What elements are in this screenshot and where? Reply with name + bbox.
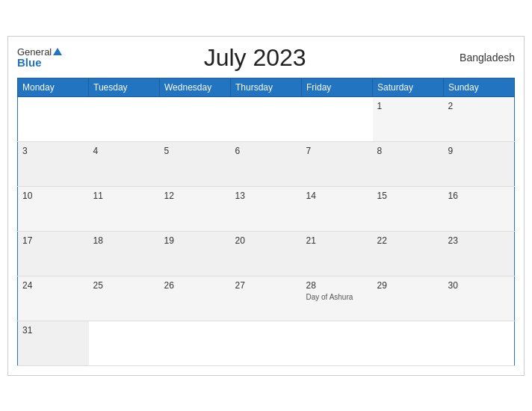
calendar-cell: 12 — [160, 186, 231, 231]
logo: General Blue — [17, 47, 62, 68]
col-saturday: Saturday — [373, 78, 444, 96]
calendar-cell: 7 — [302, 141, 373, 186]
day-number: 4 — [93, 146, 155, 156]
calendar-cell: 28Day of Ashura — [302, 276, 373, 321]
calendar-cell: 19 — [160, 231, 231, 276]
calendar-cell: 8 — [373, 141, 444, 186]
calendar-cell — [373, 321, 444, 365]
day-number: 13 — [235, 191, 297, 201]
calendar-week-row: 17181920212223 — [18, 231, 515, 276]
day-number: 21 — [306, 235, 368, 246]
calendar-table: Monday Tuesday Wednesday Thursday Friday… — [17, 78, 515, 366]
col-sunday: Sunday — [444, 78, 515, 96]
calendar-cell: 22 — [373, 231, 444, 276]
calendar-header: General Blue July 2023 Bangladesh — [17, 44, 515, 72]
calendar-cell: 4 — [89, 141, 160, 186]
calendar-cell — [160, 96, 231, 141]
calendar-cell: 30 — [444, 276, 515, 321]
calendar-cell: 6 — [231, 141, 302, 186]
day-number: 25 — [93, 280, 155, 291]
calendar-cell: 15 — [373, 186, 444, 231]
calendar-week-row: 31 — [18, 321, 515, 365]
calendar-week-row: 10111213141516 — [18, 186, 515, 231]
calendar-cell: 23 — [444, 231, 515, 276]
calendar-cell: 2 — [444, 96, 515, 141]
calendar-cell: 29 — [373, 276, 444, 321]
calendar-cell: 13 — [231, 186, 302, 231]
calendar-cell: 1 — [373, 96, 444, 141]
calendar-cell: 3 — [18, 141, 89, 186]
day-number: 23 — [448, 235, 510, 246]
day-number: 7 — [306, 146, 368, 156]
day-number: 20 — [235, 235, 297, 246]
calendar-cell — [302, 321, 373, 365]
day-number: 1 — [377, 101, 439, 111]
day-number: 31 — [22, 325, 84, 336]
calendar-cell: 20 — [231, 231, 302, 276]
calendar-cell: 10 — [18, 186, 89, 231]
day-number: 30 — [448, 280, 510, 291]
calendar-cell: 5 — [160, 141, 231, 186]
calendar-cell: 27 — [231, 276, 302, 321]
calendar-cell: 21 — [302, 231, 373, 276]
day-number: 28 — [306, 280, 368, 291]
calendar-title: July 2023 — [62, 44, 448, 72]
calendar-cell: 11 — [89, 186, 160, 231]
calendar-cell — [160, 321, 231, 365]
calendar-cell — [89, 321, 160, 365]
calendar-cell — [231, 96, 302, 141]
calendar-week-row: 2425262728Day of Ashura2930 — [18, 276, 515, 321]
calendar-cell — [444, 321, 515, 365]
calendar-cell: 18 — [89, 231, 160, 276]
day-number: 15 — [377, 191, 439, 201]
calendar-cell: 16 — [444, 186, 515, 231]
calendar-week-row: 12 — [18, 96, 515, 141]
day-number: 2 — [448, 101, 510, 111]
day-number: 12 — [164, 191, 226, 201]
logo-blue-text: Blue — [17, 57, 62, 68]
day-number: 29 — [377, 280, 439, 291]
day-number: 17 — [22, 235, 84, 246]
day-number: 3 — [22, 146, 84, 156]
calendar-cell: 17 — [18, 231, 89, 276]
day-number: 22 — [377, 235, 439, 246]
col-tuesday: Tuesday — [89, 78, 160, 96]
calendar-cell: 31 — [18, 321, 89, 365]
calendar-week-row: 3456789 — [18, 141, 515, 186]
logo-triangle-icon — [53, 48, 62, 55]
day-number: 26 — [164, 280, 226, 291]
col-thursday: Thursday — [231, 78, 302, 96]
event-label: Day of Ashura — [306, 293, 368, 301]
day-number: 9 — [448, 146, 510, 156]
col-friday: Friday — [302, 78, 373, 96]
calendar-cell: 26 — [160, 276, 231, 321]
calendar-cell: 24 — [18, 276, 89, 321]
calendar-cell: 9 — [444, 141, 515, 186]
calendar-cell — [18, 96, 89, 141]
col-wednesday: Wednesday — [160, 78, 231, 96]
calendar-cell — [302, 96, 373, 141]
col-monday: Monday — [18, 78, 89, 96]
calendar: General Blue July 2023 Bangladesh Monday… — [7, 36, 525, 376]
day-number: 6 — [235, 146, 297, 156]
calendar-cell: 14 — [302, 186, 373, 231]
calendar-cell — [89, 96, 160, 141]
day-number: 27 — [235, 280, 297, 291]
calendar-country: Bangladesh — [448, 52, 515, 64]
day-number: 5 — [164, 146, 226, 156]
day-number: 24 — [22, 280, 84, 291]
day-number: 11 — [93, 191, 155, 201]
day-number: 18 — [93, 235, 155, 246]
weekday-header-row: Monday Tuesday Wednesday Thursday Friday… — [18, 78, 515, 96]
day-number: 10 — [22, 191, 84, 201]
day-number: 16 — [448, 191, 510, 201]
day-number: 19 — [164, 235, 226, 246]
calendar-cell — [231, 321, 302, 365]
day-number: 8 — [377, 146, 439, 156]
day-number: 14 — [306, 191, 368, 201]
calendar-cell: 25 — [89, 276, 160, 321]
